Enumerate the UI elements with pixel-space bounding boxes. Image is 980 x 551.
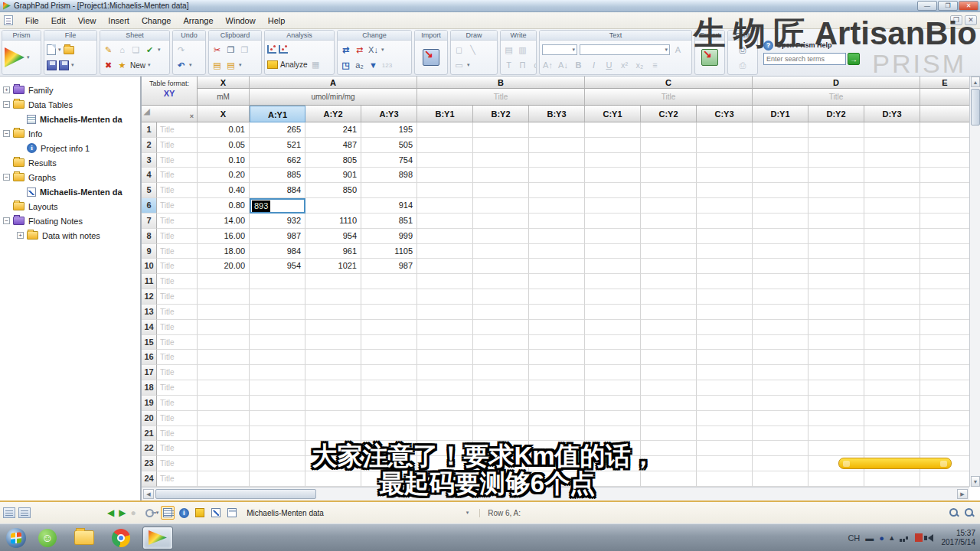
data-cell[interactable]	[473, 153, 529, 168]
row-number[interactable]: 11	[142, 274, 157, 289]
sidebar-item-family[interactable]: +Family	[0, 83, 140, 97]
data-cell[interactable]	[641, 305, 697, 320]
row-number[interactable]: 9	[142, 244, 157, 259]
data-cell[interactable]	[753, 441, 808, 456]
data-cell[interactable]	[864, 168, 920, 183]
data-cell[interactable]	[864, 441, 920, 456]
mdi-close-button[interactable]: ✕	[965, 15, 977, 25]
analyze-icon[interactable]	[267, 60, 278, 69]
row-number[interactable]: 10	[142, 259, 157, 274]
data-cell[interactable]	[697, 138, 753, 153]
data-cell[interactable]	[361, 380, 417, 396]
unit-header-e[interactable]	[920, 89, 969, 106]
data-cell[interactable]	[753, 229, 808, 244]
data-cell[interactable]: 241	[305, 122, 361, 138]
zoom-in-icon[interactable]	[949, 508, 959, 517]
data-cell[interactable]	[808, 350, 864, 365]
column-header-b-y1[interactable]: B:Y1	[417, 106, 473, 122]
help-icon[interactable]: ?	[763, 41, 773, 51]
data-cell[interactable]	[417, 122, 473, 138]
mdi-restore-button[interactable]: ❐	[950, 15, 962, 25]
sidebar-item-graphs[interactable]: −Graphs	[0, 170, 140, 184]
x-value-cell[interactable]	[198, 305, 250, 320]
data-cell[interactable]	[585, 168, 641, 183]
data-cell[interactable]: 987	[250, 229, 305, 244]
data-cell[interactable]	[641, 350, 697, 365]
data-cell[interactable]	[305, 471, 361, 487]
x-value-cell[interactable]	[198, 380, 250, 396]
data-cell[interactable]	[585, 153, 641, 168]
data-cell[interactable]	[585, 350, 641, 365]
data-cell[interactable]	[473, 456, 529, 471]
e-column-cell[interactable]	[920, 259, 969, 274]
vertical-scrollbar[interactable]: ▲ ▼	[969, 77, 980, 487]
e-column-cell[interactable]	[920, 274, 969, 289]
column-header-c-y1[interactable]: C:Y1	[585, 106, 641, 122]
fit-curve-icon[interactable]	[267, 45, 276, 54]
x-value-cell[interactable]: 20.00	[198, 259, 250, 274]
column-header-c-y2[interactable]: C:Y2	[641, 106, 697, 122]
data-cell[interactable]	[585, 305, 641, 320]
row-title-cell[interactable]: Title	[157, 138, 198, 153]
data-cell[interactable]	[361, 441, 417, 456]
data-cell[interactable]	[641, 320, 697, 335]
new-sheet-star-icon[interactable]: ★	[116, 60, 128, 71]
data-cell[interactable]	[585, 229, 641, 244]
data-cell[interactable]	[641, 214, 697, 229]
data-cell[interactable]	[473, 259, 529, 274]
data-cell[interactable]	[864, 122, 920, 138]
window-cascade-icon[interactable]	[18, 507, 31, 518]
data-cell[interactable]	[697, 229, 753, 244]
data-cell[interactable]	[808, 320, 864, 335]
menu-window[interactable]: Window	[220, 14, 262, 28]
data-cell[interactable]	[864, 183, 920, 198]
swap-rows-icon[interactable]: ⇄	[354, 44, 365, 56]
data-cell[interactable]: 662	[250, 153, 305, 168]
data-cell[interactable]	[585, 471, 641, 487]
ime-icon[interactable]: ▬	[865, 533, 874, 543]
row-number[interactable]: 19	[142, 396, 157, 411]
data-cell[interactable]	[473, 335, 529, 350]
analyze-button[interactable]: Analyze	[280, 60, 308, 69]
row-number[interactable]: 17	[142, 365, 157, 380]
e-column-cell[interactable]	[920, 289, 969, 305]
swap-columns-icon[interactable]: ⇄	[340, 44, 351, 56]
row-title-cell[interactable]: Title	[157, 350, 198, 365]
data-cell[interactable]	[417, 456, 473, 471]
undo-icon[interactable]: ↶	[175, 60, 187, 71]
data-cell[interactable]	[417, 411, 473, 426]
data-cell[interactable]	[753, 259, 808, 274]
greek-icon[interactable]: α	[531, 60, 537, 71]
data-cell[interactable]	[697, 305, 753, 320]
x-value-cell[interactable]	[198, 335, 250, 350]
data-cell[interactable]	[641, 198, 697, 214]
data-cell[interactable]	[250, 305, 305, 320]
data-cell[interactable]	[473, 198, 529, 214]
data-cell[interactable]	[864, 138, 920, 153]
row-title-cell[interactable]: Title	[157, 365, 198, 380]
x-value-cell[interactable]	[198, 350, 250, 365]
data-cell[interactable]: 195	[361, 122, 417, 138]
data-cell[interactable]	[753, 411, 808, 426]
data-cell[interactable]	[864, 471, 920, 487]
data-cell[interactable]	[808, 229, 864, 244]
sheet-type-layout-icon[interactable]	[225, 506, 239, 520]
tree-expander-icon[interactable]: −	[3, 217, 10, 224]
data-cell[interactable]	[697, 411, 753, 426]
data-cell[interactable]	[250, 441, 305, 456]
menu-insert[interactable]: Insert	[102, 14, 136, 28]
unit-header-a[interactable]: umol/min/mg	[250, 89, 417, 106]
row-title-cell[interactable]: Title	[157, 168, 198, 183]
scroll-right-icon[interactable]: ▶	[957, 489, 968, 499]
row-title-cell[interactable]: Title	[157, 441, 198, 456]
data-cell[interactable]	[697, 335, 753, 350]
x-value-cell[interactable]	[198, 274, 250, 289]
data-cell[interactable]	[361, 320, 417, 335]
data-cell[interactable]	[864, 305, 920, 320]
data-cell[interactable]	[417, 274, 473, 289]
sheet-type-results-icon[interactable]	[193, 506, 207, 520]
row-number[interactable]: 4	[142, 168, 157, 183]
data-cell[interactable]	[529, 365, 585, 380]
help-link[interactable]: Open Prism Help	[776, 41, 832, 49]
row-number[interactable]: 21	[142, 426, 157, 442]
